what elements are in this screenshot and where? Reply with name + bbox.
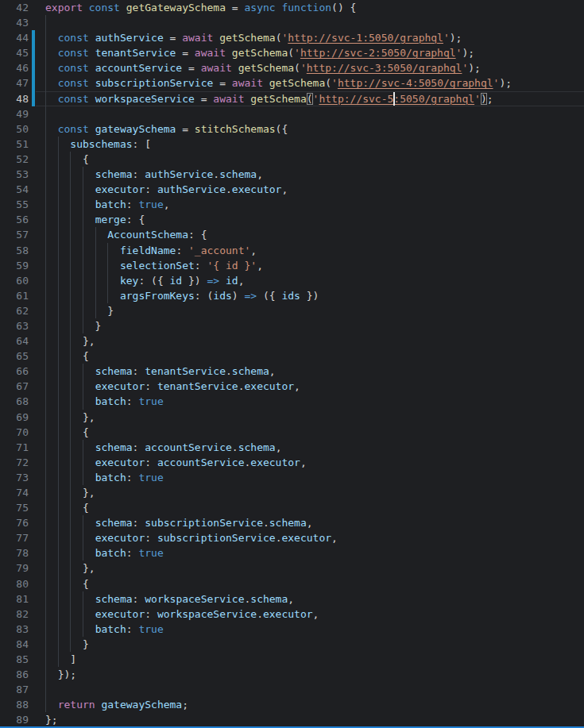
code-line[interactable]: 56 merge: { [0,212,584,227]
gutter[interactable]: 87 [0,682,45,697]
gutter[interactable]: 88 [0,697,45,712]
gutter[interactable]: 50 [0,121,45,137]
gutter[interactable]: 84 [0,637,45,652]
line-number[interactable]: 79 [0,560,29,576]
line-number[interactable]: 59 [0,258,29,273]
line-number[interactable]: 82 [0,607,29,622]
code-area[interactable]: batch: true [45,394,584,409]
code-line[interactable]: 81 schema: workspaceService.schema, [0,591,584,607]
code-area[interactable]: export const getGatewaySchema = async fu… [45,0,584,15]
line-number[interactable]: 88 [0,697,29,712]
code-line[interactable]: 68 batch: true [0,394,584,409]
gutter[interactable]: 78 [0,545,45,560]
code-area[interactable]: const accountService = await getSchema('… [45,60,584,75]
code-line[interactable]: 78 batch: true [0,545,584,560]
line-number[interactable]: 57 [0,227,29,242]
line-number[interactable]: 56 [0,212,29,227]
code-area[interactable]: { [45,576,584,591]
code-area[interactable]: key: ({ id }) => id, [45,273,584,288]
line-number[interactable]: 85 [0,652,29,667]
code-area[interactable]: schema: authService.schema, [45,167,584,182]
code-line[interactable]: 66 schema: tenantService.schema, [0,364,584,379]
line-number[interactable]: 81 [0,591,29,607]
code-area[interactable]: } [45,637,584,652]
line-number[interactable]: 42 [0,0,29,15]
code-line[interactable]: 74 }, [0,485,584,500]
code-area[interactable] [45,106,584,121]
code-area[interactable]: argsFromKeys: (ids) => ({ ids }) [45,288,584,303]
line-number[interactable]: 75 [0,500,29,515]
code-line[interactable]: 85 ] [0,652,584,667]
line-number[interactable]: 49 [0,106,29,121]
gutter[interactable]: 85 [0,652,45,667]
line-number[interactable]: 80 [0,576,29,591]
code-area[interactable]: { [45,152,584,167]
code-line[interactable]: 53 schema: authService.schema, [0,167,584,182]
code-area[interactable]: fieldName: '_account', [45,243,584,258]
gutter[interactable]: 64 [0,333,45,349]
code-area[interactable]: AccountSchema: { [45,227,584,242]
line-number[interactable]: 74 [0,485,29,500]
line-number[interactable]: 71 [0,440,29,455]
code-area[interactable]: const workspaceService = await getSchema… [45,91,584,106]
gutter[interactable]: 45 [0,45,45,60]
line-number[interactable]: 76 [0,515,29,530]
code-line[interactable]: 52 { [0,152,584,167]
code-area[interactable]: batch: true [45,622,584,637]
code-area[interactable] [45,682,584,697]
code-area[interactable]: const tenantService = await getSchema('h… [45,45,584,60]
gutter[interactable]: 47 [0,75,45,91]
code-line[interactable]: 60 key: ({ id }) => id, [0,273,584,288]
code-line[interactable]: 58 fieldName: '_account', [0,243,584,258]
code-line[interactable]: 88 return gatewaySchema; [0,697,584,712]
code-area[interactable]: subschemas: [ [45,137,584,152]
code-area[interactable]: }, [45,560,584,576]
code-line[interactable]: 62 } [0,303,584,318]
gutter[interactable]: 58 [0,243,45,258]
line-number[interactable]: 67 [0,379,29,394]
line-number[interactable]: 50 [0,121,29,137]
code-line[interactable]: 48 const workspaceService = await getSch… [0,91,584,106]
code-area[interactable]: }); [45,667,584,682]
code-line[interactable]: 80 { [0,576,584,591]
gutter[interactable]: 52 [0,152,45,167]
line-number[interactable]: 52 [0,152,29,167]
code-area[interactable]: { [45,349,584,364]
gutter[interactable]: 54 [0,182,45,197]
code-area[interactable]: executor: subscriptionService.executor, [45,530,584,545]
gutter[interactable]: 60 [0,273,45,288]
line-number[interactable]: 55 [0,197,29,212]
code-area[interactable]: } [45,303,584,318]
code-area[interactable]: const gatewaySchema = stitchSchemas({ [45,121,584,137]
code-line[interactable]: 63 } [0,318,584,333]
gutter[interactable]: 44 [0,30,45,45]
code-line[interactable]: 86 }); [0,667,584,682]
line-number[interactable]: 78 [0,545,29,560]
line-number[interactable]: 63 [0,318,29,333]
gutter[interactable]: 76 [0,515,45,530]
code-line[interactable]: 47 const subscriptionService = await get… [0,75,584,91]
line-number[interactable]: 46 [0,60,29,75]
gutter[interactable]: 81 [0,591,45,607]
line-number[interactable]: 65 [0,349,29,364]
line-number[interactable]: 48 [0,91,29,106]
gutter[interactable]: 75 [0,500,45,515]
line-number[interactable]: 87 [0,682,29,697]
code-line[interactable]: 42export const getGatewaySchema = async … [0,0,584,15]
code-area[interactable]: batch: true [45,545,584,560]
code-area[interactable]: }; [45,712,584,727]
code-area[interactable]: executor: authService.executor, [45,182,584,197]
gutter[interactable]: 51 [0,137,45,152]
code-area[interactable]: schema: workspaceService.schema, [45,591,584,607]
code-area[interactable]: executor: workspaceService.executor, [45,607,584,622]
code-line[interactable]: 83 batch: true [0,622,584,637]
code-line[interactable]: 76 schema: subscriptionService.schema, [0,515,584,530]
line-number[interactable]: 77 [0,530,29,545]
line-number[interactable]: 60 [0,273,29,288]
code-line[interactable]: 50 const gatewaySchema = stitchSchemas({ [0,121,584,137]
line-number[interactable]: 70 [0,425,29,440]
code-area[interactable]: ] [45,652,584,667]
gutter[interactable]: 57 [0,227,45,242]
code-line[interactable]: 57 AccountSchema: { [0,227,584,242]
gutter[interactable]: 77 [0,530,45,545]
